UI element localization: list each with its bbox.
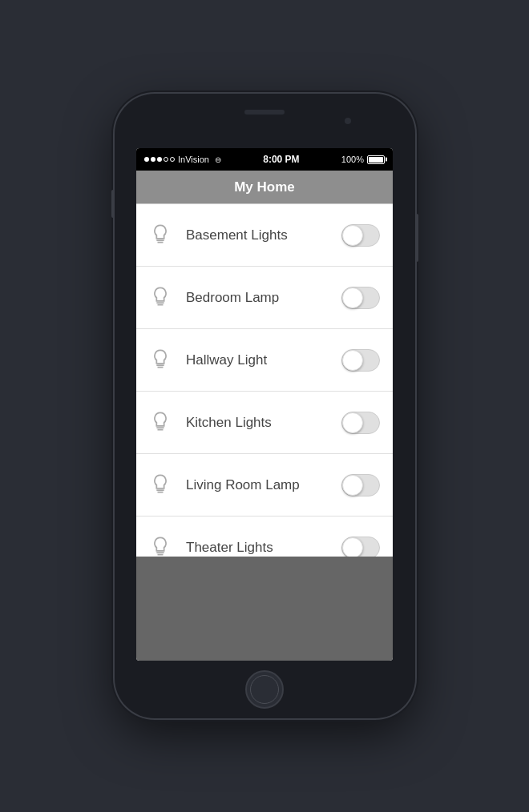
toggle-switch[interactable] <box>341 224 380 247</box>
status-bar: InVision ⊖ 8:00 PM 100% <box>136 148 393 171</box>
light-name: Basement Lights <box>186 227 341 243</box>
status-left: InVision ⊖ <box>144 155 221 164</box>
light-name: Theater Lights <box>186 540 341 556</box>
toggle-thumb <box>342 350 363 371</box>
list-item: Basement Lights <box>136 204 393 267</box>
toggle-thumb <box>342 412 363 433</box>
battery-fill <box>369 157 383 163</box>
toggle-thumb <box>342 225 363 246</box>
bulb-icon <box>149 472 175 498</box>
light-name: Bedroom Lamp <box>186 290 341 306</box>
bulb-icon <box>149 535 175 557</box>
light-name: Hallway Light <box>186 352 341 368</box>
list-item: Kitchen Lights <box>136 392 393 454</box>
toggle-switch[interactable] <box>341 537 380 557</box>
list-item: Theater Lights <box>136 517 393 557</box>
status-right: 100% <box>341 155 385 164</box>
toggle-switch[interactable] <box>341 474 380 496</box>
home-button-inner <box>250 675 279 704</box>
carrier-label: InVision <box>178 155 209 164</box>
toggle-switch[interactable] <box>341 349 380 372</box>
phone-screen: InVision ⊖ 8:00 PM 100% My Home <box>136 148 393 661</box>
phone-top-area <box>244 110 285 115</box>
speaker <box>244 110 285 115</box>
bulb-icon <box>149 348 175 373</box>
signal-dot-3 <box>157 157 162 162</box>
navigation-bar: My Home <box>136 171 393 204</box>
light-name: Living Room Lamp <box>186 477 341 493</box>
battery-icon <box>367 155 385 164</box>
signal-dot-1 <box>144 157 149 162</box>
toggle-switch[interactable] <box>341 412 380 434</box>
signal-dot-2 <box>151 157 155 162</box>
light-list: Basement Lights Bedroom Lamp <box>136 204 393 557</box>
signal-dot-5 <box>170 157 175 162</box>
signal-indicator <box>144 157 175 162</box>
bulb-icon <box>149 410 175 436</box>
phone-frame: InVision ⊖ 8:00 PM 100% My Home <box>115 94 415 718</box>
toggle-switch[interactable] <box>341 287 380 309</box>
front-camera <box>345 118 351 124</box>
nav-title: My Home <box>234 179 295 195</box>
status-time: 8:00 PM <box>263 154 299 165</box>
toggle-thumb <box>342 537 363 557</box>
list-item: Living Room Lamp <box>136 454 393 517</box>
bulb-icon <box>149 223 175 248</box>
toggle-thumb <box>342 475 363 496</box>
bulb-icon <box>149 285 175 311</box>
list-item: Hallway Light <box>136 329 393 392</box>
toggle-thumb <box>342 287 363 308</box>
signal-dot-4 <box>164 157 168 162</box>
home-button[interactable] <box>245 670 284 709</box>
list-item: Bedroom Lamp <box>136 267 393 329</box>
battery-percent-label: 100% <box>341 155 364 164</box>
bottom-area <box>136 557 393 661</box>
wifi-icon: ⊖ <box>215 155 221 164</box>
light-name: Kitchen Lights <box>186 415 341 431</box>
